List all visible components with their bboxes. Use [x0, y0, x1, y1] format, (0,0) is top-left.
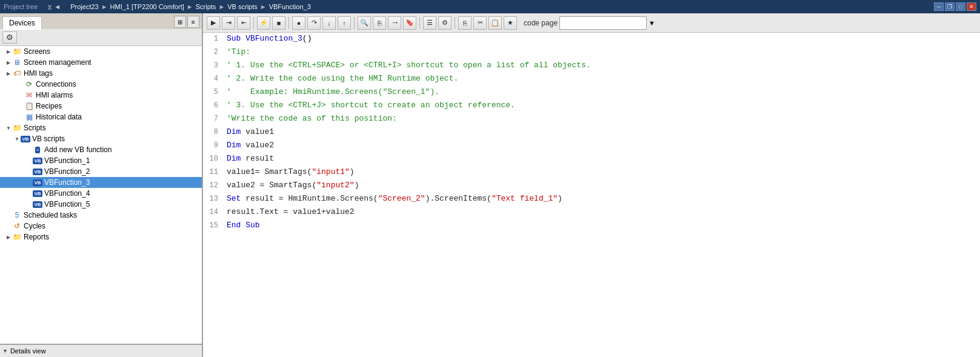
tree-item-recipes[interactable]: ▶ 📋 Recipes	[0, 101, 202, 112]
code-page-input[interactable]	[559, 16, 647, 30]
recipes-label: Recipes	[36, 102, 62, 110]
code-page-dropdown[interactable]: ▼	[648, 19, 655, 27]
tree-item-hmi-alarms[interactable]: ▶ ✉ HMI alarms	[0, 90, 202, 101]
step-over-button[interactable]: ↷	[307, 16, 321, 30]
editor-toolbar: ▶ ⇥ ⇤ ⚡ ■ ● ↷ ↓ ↑ 🔍 ⎘ ⤏ 🔖 ☰ ⚙ ⎘ ✂ 📋 ★ co…	[203, 13, 980, 33]
code-line-2: 2'Tip:	[203, 46, 980, 59]
title-bar: Project tree ⧖ ◄ Project23 ► HMI_1 [TP22…	[0, 0, 980, 13]
line-content-12[interactable]: value2 = SmartTags("input2")	[224, 179, 980, 192]
expand-reports[interactable]: ▶	[5, 233, 12, 241]
expand-scripts[interactable]: ▼	[5, 124, 12, 132]
goto-button[interactable]: ⤏	[388, 16, 401, 30]
tree-item-screen-management[interactable]: ▶ 🖥 Screen management	[0, 57, 202, 68]
replace-button[interactable]: ⎘	[373, 16, 386, 30]
line-number-1: 1	[203, 33, 224, 44]
line-number-4: 4	[203, 73, 224, 84]
line-content-11[interactable]: value1= SmartTags("input1")	[224, 166, 980, 178]
tree-item-vbfunc1[interactable]: ▶ VB VBFunction_1	[0, 155, 202, 166]
line-number-3: 3	[203, 60, 224, 71]
tree-item-scheduled[interactable]: ▶ 5 Scheduled tasks	[0, 210, 202, 221]
line-content-4[interactable]: ' 2. Write the code using the HMI Runtim…	[224, 73, 980, 85]
breadcrumb-sep-3: ►	[218, 3, 225, 10]
window-controls[interactable]: ─ ❐ □ ✕	[934, 2, 976, 11]
line-content-7[interactable]: 'Write the code as of this position:	[224, 113, 980, 125]
left-tool-btn-1[interactable]: ⚙	[2, 32, 17, 44]
breadcrumb-scripts: Scripts	[196, 3, 216, 10]
tree-item-vb-scripts[interactable]: ▼ VB VB scripts	[0, 133, 202, 144]
copy-button[interactable]: ⎘	[458, 16, 472, 30]
bottom-collapse-arrow[interactable]: ▼	[2, 348, 8, 354]
properties-button[interactable]: ⚙	[438, 16, 452, 30]
panel-controls[interactable]: ⧖ ◄	[47, 3, 61, 11]
step-into-button[interactable]: ↓	[322, 16, 336, 30]
code-line-7: 7'Write the code as of this position:	[203, 113, 980, 126]
tree-item-connections[interactable]: ▶ ⟳ Connections	[0, 79, 202, 90]
code-line-8: 8Dim value1	[203, 126, 980, 139]
code-line-1: 1Sub VBFunction_3()	[203, 33, 980, 46]
tree-item-vbfunc5[interactable]: ▶ VB VBFunction_5	[0, 199, 202, 210]
tree-item-screens[interactable]: ▶ 📁 Screens	[0, 46, 202, 57]
line-content-6[interactable]: ' 3. Use the <CTRL+J> shortcut to create…	[224, 99, 980, 112]
line-content-5[interactable]: ' Example: HmiRuntime.Screens("Screen_1"…	[224, 86, 980, 98]
tree-item-historical[interactable]: ▶ ▦ Historical data	[0, 112, 202, 122]
restore-button[interactable]: ❐	[945, 2, 955, 11]
code-line-3: 3' 1. Use the <CTRL+SPACE> or <CTRL+I> s…	[203, 59, 980, 73]
minimize-button[interactable]: ─	[934, 2, 944, 11]
breadcrumb-hmi: HMI_1 [TP2200 Comfort]	[110, 3, 184, 10]
close-button[interactable]: ✕	[967, 2, 976, 11]
tree-item-cycles[interactable]: ▶ ↺ Cycles	[0, 221, 202, 232]
indent-button[interactable]: ⇥	[222, 16, 235, 30]
list-view-button[interactable]: ≡	[187, 16, 199, 28]
tree-item-reports[interactable]: ▶ 📁 Reports	[0, 232, 202, 242]
compile-button[interactable]: ⚡	[257, 16, 270, 30]
line-content-3[interactable]: ' 1. Use the <CTRL+SPACE> or <CTRL+I> sh…	[224, 59, 980, 72]
line-content-9[interactable]: Dim value2	[224, 139, 980, 152]
expand-screen-mgmt[interactable]: ▶	[5, 59, 12, 66]
code-editor[interactable]: 1Sub VBFunction_3()2'Tip:3' 1. Use the <…	[203, 33, 980, 357]
vbfunc4-icon: VB	[33, 189, 42, 198]
tree-item-vbfunc2[interactable]: ▶ VB VBFunction_2	[0, 166, 202, 177]
toggle-bp-button[interactable]: ●	[292, 16, 305, 30]
code-line-12: 12value2 = SmartTags("input2")	[203, 179, 980, 193]
tree-item-add-vb[interactable]: ▶ + Add new VB function	[0, 144, 202, 155]
connections-icon: ⟳	[24, 80, 34, 88]
paste-button[interactable]: 📋	[488, 16, 502, 30]
run-button[interactable]: ▶	[207, 16, 220, 30]
line-content-8[interactable]: Dim value1	[224, 126, 980, 138]
project-tree-label: Project tree	[4, 3, 38, 10]
expand-vb-scripts[interactable]: ▼	[13, 135, 21, 142]
cut-button[interactable]: ✂	[473, 16, 487, 30]
line-number-6: 6	[203, 100, 224, 111]
find-button[interactable]: 🔍	[358, 16, 371, 30]
line-content-13[interactable]: Set result = HmiRuntime.Screens("Screen_…	[224, 193, 980, 205]
expand-hmi-tags[interactable]: ▶	[5, 70, 12, 77]
tree-item-scripts[interactable]: ▼ 📁 Scripts	[0, 122, 202, 133]
line-content-15[interactable]: End Sub	[224, 219, 980, 232]
expand-screens[interactable]: ▶	[5, 48, 12, 55]
autocomplete-button[interactable]: ☰	[423, 16, 436, 30]
line-content-2[interactable]: 'Tip:	[224, 46, 980, 58]
line-content-10[interactable]: Dim result	[224, 153, 980, 165]
tree-item-vbfunc4[interactable]: ▶ VB VBFunction_4	[0, 188, 202, 199]
outdent-button[interactable]: ⇤	[237, 16, 250, 30]
step-out-button[interactable]: ↑	[338, 16, 351, 30]
project-tree[interactable]: ▶ 📁 Screens ▶ 🖥 Screen management ▶ 🏷 HM…	[0, 46, 202, 344]
devices-tab[interactable]: Devices	[2, 16, 42, 30]
grid-view-button[interactable]: ⊞	[174, 16, 186, 28]
line-content-14[interactable]: result.Text = value1+value2	[224, 206, 980, 218]
folder-icon: 📁	[12, 47, 22, 56]
line-number-11: 11	[203, 167, 224, 178]
bookmark-button[interactable]: 🔖	[403, 16, 416, 30]
line-content-1[interactable]: Sub VBFunction_3()	[224, 33, 980, 45]
title-bar-left: Project tree ⧖ ◄ Project23 ► HMI_1 [TP22…	[4, 3, 311, 11]
tree-item-hmi-tags[interactable]: ▶ 🏷 HMI tags	[0, 68, 202, 79]
breadcrumb-sep-1: ►	[101, 3, 108, 10]
historical-label: Historical data	[36, 113, 82, 121]
main-layout: Devices ⊞ ≡ ⚙ ▶ 📁 Screens ▶ 🖥 Screen man	[0, 13, 980, 357]
stop-button[interactable]: ■	[272, 16, 285, 30]
ext-button[interactable]: ★	[504, 16, 517, 30]
tree-item-vbfunc3[interactable]: ▶ VB VBFunction_3	[0, 177, 202, 188]
vbfunc2-icon: VB	[33, 167, 42, 176]
right-panel: ▶ ⇥ ⇤ ⚡ ■ ● ↷ ↓ ↑ 🔍 ⎘ ⤏ 🔖 ☰ ⚙ ⎘ ✂ 📋 ★ co…	[203, 13, 980, 357]
maximize-button[interactable]: □	[956, 2, 965, 11]
